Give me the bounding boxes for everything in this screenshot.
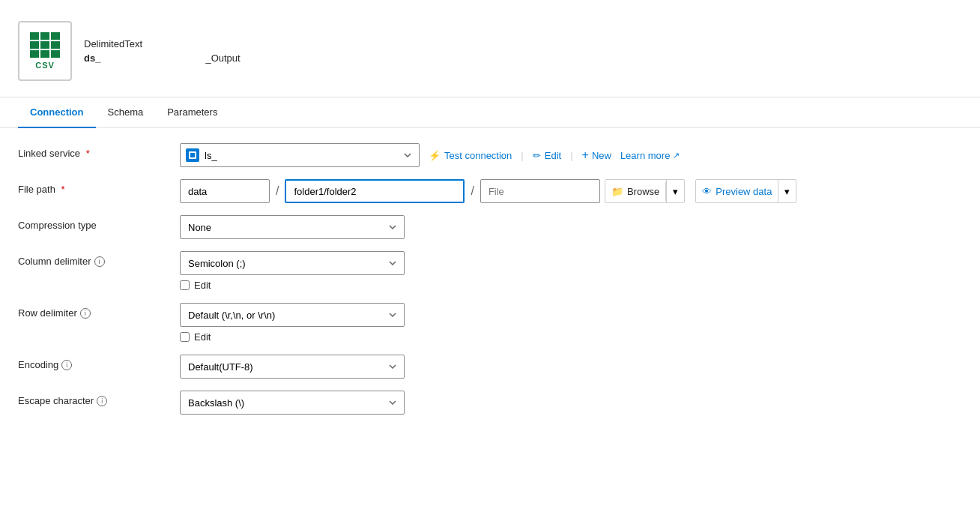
browse-chevron-button[interactable]: ▾ <box>666 180 684 202</box>
linked-service-dropdown[interactable]: ls_ <box>180 143 420 167</box>
path-separator-1: / <box>274 184 280 198</box>
preview-actions-group: 👁 Preview data ▾ <box>695 179 796 203</box>
tabs-bar: Connection Schema Parameters <box>0 97 980 128</box>
encoding-info-icon[interactable]: i <box>61 360 72 370</box>
file-path-folder-input[interactable] <box>285 179 465 203</box>
folder-icon: 📁 <box>611 186 623 197</box>
test-connection-button[interactable]: ⚡ Test connection <box>429 150 512 161</box>
row-delimiter-row: Row delimiter i Default (\r,\n, or \r\n)… <box>18 303 962 343</box>
escape-character-controls: Backslash (\) <box>180 391 962 415</box>
linked-service-label: Linked service * <box>18 143 168 159</box>
preview-chevron-icon: ▾ <box>784 186 790 197</box>
row-delimiter-edit-checkbox[interactable] <box>180 332 190 342</box>
path-separator-2: / <box>469 184 475 198</box>
file-path-row: File path * / / 📁 Browse ▾ 👁 P <box>18 179 962 203</box>
dataset-header: CSV DelimitedText ds_ _Output <box>0 0 980 97</box>
column-delimiter-dropdown[interactable]: Semicolon (;) <box>180 251 405 275</box>
compression-type-label: Compression type <box>18 215 168 231</box>
column-delimiter-edit-row: Edit <box>180 280 405 291</box>
learn-more-button[interactable]: Learn more ↗ <box>620 150 680 161</box>
column-delimiter-label: Column delimiter i <box>18 251 168 267</box>
new-button[interactable]: + New <box>582 148 611 162</box>
file-path-controls: / / 📁 Browse ▾ 👁 Preview data ▾ <box>180 179 796 203</box>
encoding-controls: Default(UTF-8) <box>180 355 962 379</box>
row-delimiter-label: Row delimiter i <box>18 303 168 319</box>
row-delimiter-edit-label: Edit <box>194 331 211 343</box>
connection-icon: ⚡ <box>429 150 441 161</box>
preview-chevron-button[interactable]: ▾ <box>778 180 796 202</box>
column-delimiter-controls: Semicolon (;) Edit <box>180 251 405 291</box>
encoding-label: Encoding i <box>18 355 168 370</box>
column-delimiter-info-icon[interactable]: i <box>94 256 105 267</box>
dataset-output: _Output <box>205 52 240 64</box>
file-path-container-input[interactable] <box>180 179 270 203</box>
compression-type-row: Compression type None GZip Deflate BZip2 <box>18 215 962 239</box>
escape-character-dropdown[interactable]: Backslash (\) <box>180 391 405 415</box>
dataset-name: ds_ <box>84 52 100 64</box>
edit-button[interactable]: ✏ Edit <box>533 150 561 161</box>
plus-icon: + <box>582 148 589 162</box>
dataset-type: DelimitedText <box>84 38 241 49</box>
file-path-file-input[interactable] <box>480 179 600 203</box>
tab-schema[interactable]: Schema <box>96 97 156 128</box>
eye-icon: 👁 <box>702 186 712 197</box>
chevron-down-icon: ▾ <box>673 186 678 197</box>
compression-type-dropdown[interactable]: None GZip Deflate BZip2 <box>180 215 405 239</box>
escape-character-info-icon[interactable]: i <box>97 396 107 406</box>
column-delimiter-edit-label: Edit <box>194 280 211 291</box>
linked-service-controls: ls_ ⚡ Test connection | ✏ Edit | + New L… <box>180 143 680 167</box>
external-link-icon: ↗ <box>673 151 680 160</box>
tab-parameters[interactable]: Parameters <box>155 97 229 128</box>
encoding-row: Encoding i Default(UTF-8) <box>18 355 962 379</box>
connection-content: Linked service * ls_ ⚡ Test connection |… <box>0 128 980 442</box>
escape-character-label: Escape character i <box>18 391 168 406</box>
linked-service-row: Linked service * ls_ ⚡ Test connection |… <box>18 143 962 167</box>
row-delimiter-edit-row: Edit <box>180 331 405 343</box>
tab-connection[interactable]: Connection <box>18 97 96 128</box>
row-delimiter-controls: Default (\r,\n, or \r\n) Edit <box>180 303 405 343</box>
csv-icon: CSV <box>18 21 72 81</box>
preview-data-button[interactable]: 👁 Preview data <box>696 182 778 201</box>
browse-button[interactable]: 📁 Browse <box>605 182 666 201</box>
pencil-icon: ✏ <box>533 150 541 161</box>
escape-character-row: Escape character i Backslash (\) <box>18 391 962 415</box>
file-actions-group: 📁 Browse ▾ <box>605 179 685 203</box>
file-path-label: File path * <box>18 179 168 195</box>
compression-type-controls: None GZip Deflate BZip2 <box>180 215 962 239</box>
column-delimiter-edit-checkbox[interactable] <box>180 280 190 290</box>
column-delimiter-row: Column delimiter i Semicolon (;) Edit <box>18 251 962 291</box>
row-delimiter-dropdown[interactable]: Default (\r,\n, or \r\n) <box>180 303 405 327</box>
encoding-dropdown[interactable]: Default(UTF-8) <box>180 355 405 379</box>
row-delimiter-info-icon[interactable]: i <box>80 308 91 319</box>
header-info: DelimitedText ds_ _Output <box>84 38 241 64</box>
